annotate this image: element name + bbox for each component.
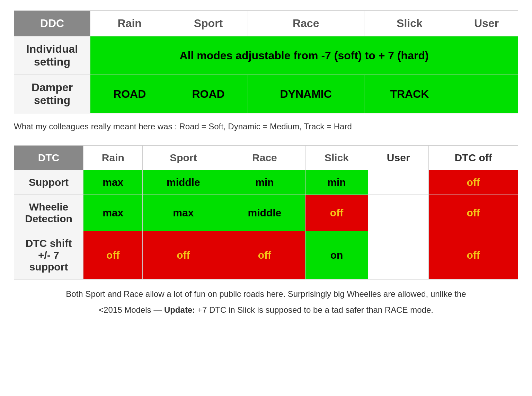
- dtc-cell-1-1: max: [143, 195, 224, 231]
- dtc-cell-0-0: max: [83, 170, 143, 195]
- dtc-table: DTC Rain Sport Race Slick User DTC off S…: [14, 145, 518, 279]
- dtc-row-label-2: DTC shift+/- 7support: [14, 231, 83, 279]
- ddc-col-sport: Sport: [169, 11, 248, 36]
- ddc-individual-value: All modes adjustable from -7 (soft) to +…: [90, 36, 518, 75]
- dtc-cell-0-1: middle: [143, 170, 224, 195]
- dtc-cell-2-1: off: [143, 231, 224, 279]
- footer-rest: +7 DTC in Slick is supposed to be a tad …: [195, 305, 433, 315]
- ddc-row-damper: Dampersetting ROAD ROAD DYNAMIC TRACK: [14, 75, 518, 113]
- ddc-col-race: Race: [248, 11, 364, 36]
- dtc-cell-2-3: on: [305, 231, 368, 279]
- dtc-cell-1-4: [368, 195, 429, 231]
- footer-line1: Both Sport and Race allow a lot of fun o…: [14, 288, 518, 300]
- dtc-cell-1-5: off: [429, 195, 518, 231]
- dtc-row-label-0: Support: [14, 170, 83, 195]
- ddc-row-individual: Individualsetting All modes adjustable f…: [14, 36, 518, 75]
- dtc-col-sport: Sport: [143, 146, 224, 170]
- ddc-damper-rain: ROAD: [90, 75, 169, 113]
- ddc-damper-slick: TRACK: [364, 75, 455, 113]
- ddc-label-individual: Individualsetting: [14, 36, 90, 75]
- footer-line2: <2015 Models — Update: +7 DTC in Slick i…: [14, 304, 518, 316]
- dtc-cell-0-5: off: [429, 170, 518, 195]
- dtc-cell-1-2: middle: [224, 195, 305, 231]
- dtc-cell-2-5: off: [429, 231, 518, 279]
- dtc-cell-0-4: [368, 170, 429, 195]
- ddc-table: DDC Rain Sport Race Slick User Individua…: [14, 10, 518, 113]
- dtc-row-label-1: WheelieDetection: [14, 195, 83, 231]
- ddc-damper-user: [455, 75, 518, 113]
- dtc-cell-0-3: min: [305, 170, 368, 195]
- dtc-row-1: WheelieDetectionmaxmaxmiddleoffoff: [14, 195, 518, 231]
- dtc-col-dtcoff: DTC off: [429, 146, 518, 170]
- dtc-cell-0-2: min: [224, 170, 305, 195]
- footer-normal: <2015 Models —: [99, 305, 164, 315]
- footer-bold: Update:: [164, 305, 195, 315]
- dtc-col-slick: Slick: [305, 146, 368, 170]
- dtc-cell-1-0: max: [83, 195, 143, 231]
- ddc-damper-race: DYNAMIC: [248, 75, 364, 113]
- ddc-col-user: User: [455, 11, 518, 36]
- dtc-row-2: DTC shift+/- 7supportoffoffoffonoff: [14, 231, 518, 279]
- dtc-col-race: Race: [224, 146, 305, 170]
- ddc-col-slick: Slick: [364, 11, 455, 36]
- dtc-cell-2-4: [368, 231, 429, 279]
- dtc-col-rain: Rain: [83, 146, 143, 170]
- ddc-note: What my colleagues really meant here was…: [14, 122, 518, 131]
- dtc-row-0: Supportmaxmiddleminminoff: [14, 170, 518, 195]
- dtc-cell-2-2: off: [224, 231, 305, 279]
- dtc-title: DTC: [14, 146, 83, 170]
- dtc-cell-2-0: off: [83, 231, 143, 279]
- ddc-damper-sport: ROAD: [169, 75, 248, 113]
- dtc-cell-1-3: off: [305, 195, 368, 231]
- dtc-col-user: User: [368, 146, 429, 170]
- ddc-col-rain: Rain: [90, 11, 169, 36]
- ddc-label-damper: Dampersetting: [14, 75, 90, 113]
- ddc-title: DDC: [14, 11, 90, 36]
